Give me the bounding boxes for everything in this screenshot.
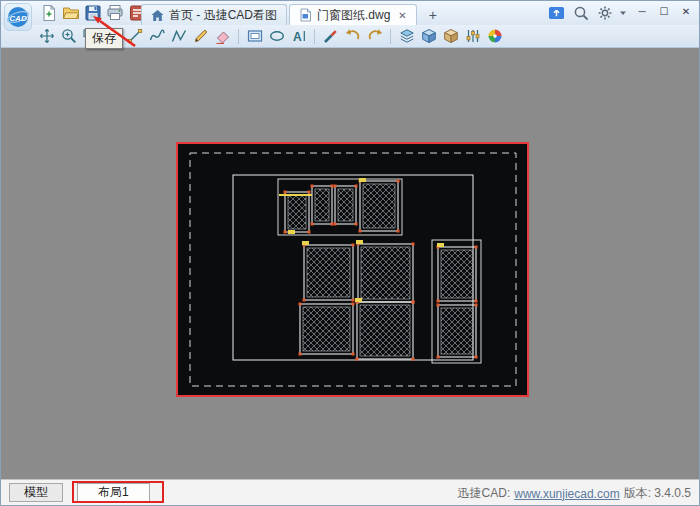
- window-hatch: [338, 189, 353, 221]
- version-label: 版本: 3.4.0.5: [624, 485, 691, 502]
- cube-button[interactable]: [441, 27, 460, 45]
- tab-document-label: 门窗图纸.dwg: [317, 7, 390, 24]
- viewport-tool-button[interactable]: [245, 27, 264, 45]
- text-tool-glyph: A: [293, 30, 302, 44]
- status-bar: 模型 布局1 迅捷CAD: www.xunjiecad.com 版本: 3.4.…: [1, 479, 699, 505]
- toolbar-separator: [238, 29, 239, 44]
- print-icon: [106, 4, 124, 22]
- corner-tick: [475, 356, 478, 359]
- dropdown-caret-icon[interactable]: [619, 9, 627, 17]
- model-tab-button[interactable]: 模型: [9, 483, 63, 502]
- marker-tool-button[interactable]: [321, 27, 340, 45]
- layers-icon: [399, 28, 415, 44]
- print-button[interactable]: [105, 4, 124, 22]
- gear-icon: [597, 5, 613, 21]
- corner-tick: [412, 243, 415, 246]
- corner-tick: [352, 299, 355, 302]
- settings-button[interactable]: [595, 4, 614, 22]
- toolbar-separator: [390, 29, 391, 44]
- spline-tool-button[interactable]: [147, 27, 166, 45]
- window-hatch: [307, 248, 350, 297]
- corner-tick: [284, 191, 287, 194]
- open-file-icon: [62, 4, 80, 22]
- new-drawing-button[interactable]: [39, 4, 58, 22]
- quick-toolbar: [39, 4, 146, 22]
- corner-tick: [311, 223, 314, 226]
- new-tab-button[interactable]: +: [423, 5, 443, 25]
- cad-file-icon: [299, 8, 312, 22]
- corner-tick: [412, 301, 415, 304]
- corner-tick: [311, 185, 314, 188]
- corner-tick: [334, 185, 337, 188]
- polyline-tool-button[interactable]: [169, 27, 188, 45]
- drawing-canvas[interactable]: [1, 48, 699, 479]
- window-hatch: [441, 250, 473, 298]
- window-hatch: [303, 307, 350, 351]
- eraser-tool-button[interactable]: [213, 27, 232, 45]
- minimize-button[interactable]: ─: [632, 3, 652, 20]
- website-link[interactable]: www.xunjiecad.com: [514, 487, 619, 501]
- corner-tick: [308, 191, 311, 194]
- viewport-icon: [247, 28, 263, 44]
- corner-tick: [475, 304, 478, 307]
- search-icon: [573, 5, 589, 21]
- grip-tag: [359, 178, 366, 182]
- cube-icon: [443, 28, 459, 44]
- ellipse-tool-button[interactable]: [267, 27, 286, 45]
- tab-home-label: 首页 - 迅捷CAD看图: [169, 7, 277, 24]
- adjust-sliders-icon: [465, 28, 481, 44]
- save-button[interactable]: [83, 4, 102, 22]
- undo-button[interactable]: [343, 27, 362, 45]
- promo-button[interactable]: [547, 4, 566, 22]
- promo-icon: [548, 5, 565, 21]
- eraser-icon: [215, 28, 231, 44]
- close-tab-button[interactable]: ✕: [398, 10, 406, 21]
- layers-button[interactable]: [397, 27, 416, 45]
- marker-icon: [323, 28, 339, 44]
- corner-tick: [355, 185, 358, 188]
- pan-icon: [39, 28, 55, 44]
- tab-document[interactable]: 门窗图纸.dwg ✕: [289, 4, 417, 25]
- system-icons: [547, 4, 627, 22]
- open-file-button[interactable]: [61, 4, 80, 22]
- close-button[interactable]: ✕: [676, 3, 696, 20]
- cad-logo-icon: CAD: [6, 5, 30, 29]
- corner-tick: [352, 244, 355, 247]
- tab-home[interactable]: 首页 - 迅捷CAD看图: [141, 4, 287, 25]
- corner-tick: [331, 223, 334, 226]
- corner-tick: [397, 180, 400, 183]
- save-tooltip: 保存: [85, 28, 123, 49]
- logo-text: CAD: [9, 14, 27, 23]
- text-tool-button[interactable]: A: [289, 27, 308, 45]
- window-hatch: [361, 247, 410, 299]
- toolbar-separator: [314, 29, 315, 44]
- window-hatch: [360, 305, 410, 356]
- tab-strip: 首页 - 迅捷CAD看图 门窗图纸.dwg ✕ +: [141, 3, 443, 25]
- corner-tick: [359, 230, 362, 233]
- redo-button[interactable]: [365, 27, 384, 45]
- pan-button[interactable]: [37, 27, 56, 45]
- corner-tick: [308, 231, 311, 234]
- new-drawing-icon: [40, 4, 58, 22]
- corner-tick: [331, 185, 334, 188]
- adjust-button[interactable]: [463, 27, 482, 45]
- zoom-in-icon: [61, 28, 77, 44]
- corner-tick: [303, 299, 306, 302]
- undo-icon: [345, 28, 361, 44]
- corner-tick: [475, 246, 478, 249]
- search-button[interactable]: [571, 4, 590, 22]
- color-globe-icon: [487, 28, 503, 44]
- corner-tick: [437, 356, 440, 359]
- cad-drawing[interactable]: [176, 142, 529, 397]
- maximize-button[interactable]: ☐: [654, 3, 674, 20]
- color-globe-button[interactable]: [485, 27, 504, 45]
- corner-tick: [352, 303, 355, 306]
- line-tool-button[interactable]: [125, 27, 144, 45]
- box-3d-button[interactable]: [419, 27, 438, 45]
- polyline-icon: [171, 28, 187, 44]
- pencil-tool-button[interactable]: [191, 27, 210, 45]
- app-logo[interactable]: CAD: [4, 3, 32, 31]
- zoom-in-button[interactable]: [59, 27, 78, 45]
- corner-tick: [299, 303, 302, 306]
- layout-tab-button[interactable]: 布局1: [77, 483, 150, 502]
